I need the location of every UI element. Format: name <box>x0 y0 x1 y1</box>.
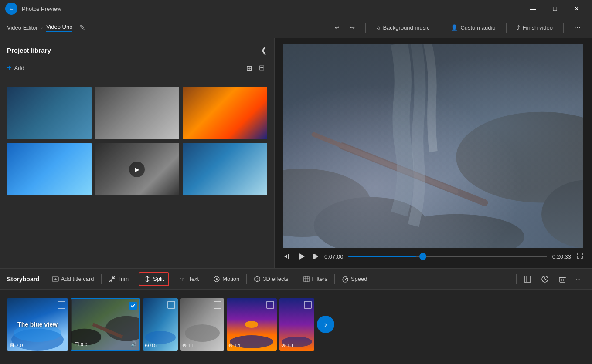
toolbar-divider-3 <box>506 23 507 33</box>
add-label: Add <box>14 65 24 71</box>
library-grid: ▶ <box>7 87 267 195</box>
clip-3-type-icon: 🖼 <box>145 343 149 348</box>
clip-film-icon: 🎞 <box>74 342 79 347</box>
clip-video-selected[interactable]: 🎞 9.0 🔊 <box>71 298 140 351</box>
filters-button[interactable]: Filters <box>299 273 332 285</box>
clip-6-type-icon: 🖼 <box>281 343 286 348</box>
sb-divider-8 <box>516 274 517 284</box>
svg-line-34 <box>345 278 347 280</box>
toolbar-divider-4 <box>563 23 564 33</box>
text-button[interactable]: T Text <box>175 273 203 285</box>
resize-button[interactable] <box>519 273 536 286</box>
add-media-button[interactable]: + Add <box>7 64 24 73</box>
progress-thumb[interactable] <box>419 253 426 260</box>
next-clips-button[interactable]: › <box>317 316 334 333</box>
sb-divider-2 <box>136 274 136 284</box>
edit-title-icon[interactable]: ✎ <box>79 24 85 32</box>
motion-button[interactable]: Motion <box>209 273 244 285</box>
clip-5-type-icon: 🖼 <box>228 343 233 348</box>
minimize-button[interactable]: — <box>523 2 543 16</box>
collapse-library-button[interactable]: ❮ <box>261 45 267 55</box>
progress-bar[interactable] <box>348 256 547 257</box>
fast-forward-button[interactable] <box>311 253 319 260</box>
background-music-button[interactable]: ♫ Background music <box>372 22 434 34</box>
svg-marker-11 <box>315 254 318 259</box>
time-total: 0:20.33 <box>552 253 571 260</box>
add-title-card-button[interactable]: Add title card <box>48 273 99 285</box>
fast-forward-icon <box>311 253 319 260</box>
svg-rect-42 <box>560 277 565 282</box>
chevron-right-icon: › <box>324 320 327 329</box>
split-button[interactable]: Split <box>139 272 169 286</box>
expand-icon <box>576 252 583 259</box>
clip-title-text: The blue view <box>14 317 61 331</box>
toolbar-more-button[interactable]: ··· <box>570 20 585 35</box>
filters-icon <box>303 276 310 283</box>
project-library-panel: Project library ❮ + Add ⊞ ⊟ <box>0 38 275 268</box>
toolbar-divider-2 <box>440 23 440 33</box>
library-item[interactable] <box>183 143 267 195</box>
text-icon: T <box>179 276 186 283</box>
clip-image-4[interactable]: 🖼 1.1 <box>180 298 224 351</box>
sb-divider-1 <box>101 274 102 284</box>
delete-button[interactable] <box>554 273 571 286</box>
rewind-button[interactable] <box>283 253 291 260</box>
view-toggle: ⊞ ⊟ <box>244 62 267 74</box>
back-button[interactable]: ← <box>5 3 17 15</box>
clip-checkbox[interactable] <box>58 301 65 309</box>
clip-3-checkbox[interactable] <box>167 301 175 309</box>
app-title: Photos Preview <box>22 6 61 12</box>
expand-video-button[interactable] <box>576 252 583 261</box>
play-overlay-icon: ▶ <box>129 162 145 177</box>
list-view-button[interactable]: ⊟ <box>256 62 267 74</box>
speed-label: Speed <box>351 276 367 282</box>
trim-button[interactable]: Trim <box>104 273 133 285</box>
custom-audio-button[interactable]: 👤 Custom audio <box>446 22 500 34</box>
maximize-button[interactable]: □ <box>545 2 565 16</box>
filters-label: Filters <box>312 276 327 282</box>
add-title-card-label: Add title card <box>61 276 94 282</box>
library-item[interactable] <box>183 87 267 139</box>
duration-button[interactable] <box>537 273 553 286</box>
storyboard-right-icons: ··· <box>514 273 585 286</box>
library-item[interactable] <box>7 87 92 139</box>
play-button[interactable] <box>296 252 306 261</box>
redo-button[interactable]: ↪ <box>346 22 359 34</box>
svg-marker-8 <box>284 254 287 259</box>
clip-image-5[interactable]: 🖼 1.4 <box>227 298 277 351</box>
clip-5-checkbox[interactable] <box>266 301 274 309</box>
library-item[interactable]: ▶ <box>95 143 180 195</box>
grid-view-button[interactable]: ⊞ <box>244 62 255 74</box>
library-item[interactable] <box>95 87 180 139</box>
background-music-label: Background music <box>383 24 429 31</box>
person-icon: 👤 <box>451 24 458 31</box>
speed-button[interactable]: Speed <box>337 273 372 285</box>
window-controls: — □ ✕ <box>523 2 587 16</box>
svg-point-1 <box>283 169 371 237</box>
svg-line-6 <box>342 146 484 203</box>
share-icon: ⤴ <box>517 24 520 31</box>
clip-checkbox-checked[interactable] <box>129 302 137 310</box>
finish-video-label: Finish video <box>523 24 553 31</box>
library-item[interactable] <box>7 143 92 195</box>
breadcrumb-parent[interactable]: Video Editor <box>7 24 38 31</box>
storyboard-more-button[interactable]: ··· <box>572 273 585 285</box>
undo-button[interactable]: ↩ <box>330 22 344 34</box>
trim-label: Trim <box>118 276 129 282</box>
clip-title[interactable]: The blue view 🖼 7.0 <box>7 298 68 351</box>
split-label: Split <box>153 276 164 282</box>
svg-rect-28 <box>304 276 309 282</box>
clip-4-checkbox[interactable] <box>214 301 221 309</box>
custom-audio-label: Custom audio <box>460 24 495 31</box>
toolbar-divider-1 <box>365 23 366 33</box>
clip-6-checkbox[interactable] <box>304 301 312 309</box>
close-button[interactable]: ✕ <box>567 2 587 16</box>
clip-image-3[interactable]: 🖼 0.5 <box>143 298 178 351</box>
finish-video-button[interactable]: ⤴ Finish video <box>513 22 557 34</box>
clip-6-duration: 1.3 <box>287 343 293 348</box>
clip-duration: 7.0 <box>16 343 23 348</box>
clip-partial[interactable]: 🖼 1.3 <box>279 298 314 351</box>
storyboard-area: Storyboard Add title card Trim <box>0 268 592 364</box>
3d-effects-label: 3D effects <box>263 276 288 282</box>
3d-effects-button[interactable]: 3D effects <box>249 273 293 285</box>
